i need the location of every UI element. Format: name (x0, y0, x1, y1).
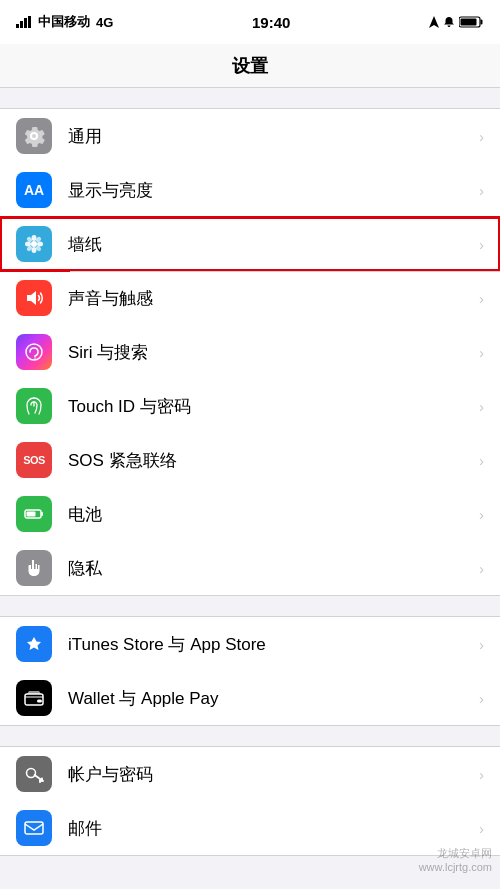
svg-point-11 (25, 242, 31, 247)
general-chevron: › (479, 128, 484, 145)
wallet-icon-svg (23, 687, 45, 709)
status-bar: 中国移动 4G 19:40 (0, 0, 500, 44)
general-label: 通用 (68, 125, 479, 148)
accounts-label: 帐户与密码 (68, 763, 479, 786)
sos-chevron: › (479, 452, 484, 469)
row-appstore[interactable]: iTunes Store 与 App Store › (0, 617, 500, 671)
alarm-icon (443, 16, 455, 28)
watermark: 龙城安卓网 www.lcjrtg.com (419, 846, 492, 873)
svg-marker-4 (429, 16, 439, 28)
row-battery[interactable]: 电池 › (0, 487, 500, 541)
display-icon-text: AA (24, 182, 44, 198)
svg-rect-24 (37, 700, 42, 703)
network-label: 4G (96, 15, 113, 30)
battery-status-icon (459, 16, 484, 28)
mail-chevron: › (479, 820, 484, 837)
appstore-icon-svg (23, 633, 45, 655)
section-accounts: 帐户与密码 › 邮件 › (0, 746, 500, 856)
svg-marker-17 (27, 291, 36, 305)
battery-label: 电池 (68, 503, 479, 526)
siri-icon (23, 341, 45, 363)
privacy-chevron: › (479, 560, 484, 577)
appstore-chevron: › (479, 636, 484, 653)
svg-point-12 (37, 242, 43, 247)
svg-rect-22 (27, 512, 36, 517)
svg-point-25 (27, 769, 36, 778)
touchid-icon (16, 388, 52, 424)
svg-rect-21 (41, 512, 43, 516)
status-carrier: 中国移动 4G (16, 13, 113, 31)
watermark-line2: www.lcjrtg.com (419, 861, 492, 873)
display-chevron: › (479, 182, 484, 199)
flower-icon (23, 233, 45, 255)
accounts-chevron: › (479, 766, 484, 783)
row-general[interactable]: 通用 › (0, 109, 500, 163)
touchid-label: Touch ID 与密码 (68, 395, 479, 418)
svg-rect-2 (24, 18, 27, 28)
location-icon (429, 16, 439, 28)
display-label: 显示与亮度 (68, 179, 479, 202)
battery-icon-svg (23, 503, 45, 525)
display-icon: AA (16, 172, 52, 208)
mail-icon (16, 810, 52, 846)
section-accounts-inner: 帐户与密码 › 邮件 › (0, 746, 500, 856)
status-time: 19:40 (252, 14, 290, 31)
svg-point-9 (32, 235, 37, 241)
sos-label: SOS 紧急联络 (68, 449, 479, 472)
siri-chevron: › (479, 344, 484, 361)
appstore-label: iTunes Store 与 App Store (68, 633, 479, 656)
svg-point-8 (31, 241, 37, 247)
fingerprint-icon (23, 395, 45, 417)
page-title: 设置 (232, 54, 268, 78)
row-accounts[interactable]: 帐户与密码 › (0, 747, 500, 801)
general-icon (16, 118, 52, 154)
section-system: 通用 › AA 显示与亮度 › (0, 108, 500, 596)
wallet-chevron: › (479, 690, 484, 707)
wallpaper-chevron: › (479, 236, 484, 253)
appstore-icon (16, 626, 52, 662)
svg-rect-3 (28, 16, 31, 28)
svg-point-19 (34, 358, 36, 360)
sos-text: SOS (23, 454, 45, 466)
wallet-label: Wallet 与 Apple Pay (68, 687, 479, 710)
section-stores-inner: iTunes Store 与 App Store › Wallet 与 Appl… (0, 616, 500, 726)
row-wallet[interactable]: Wallet 与 Apple Pay › (0, 671, 500, 725)
privacy-icon (16, 550, 52, 586)
row-sos[interactable]: SOS SOS 紧急联络 › (0, 433, 500, 487)
gear-icon (23, 125, 45, 147)
key-icon (23, 763, 45, 785)
row-touchid[interactable]: Touch ID 与密码 › (0, 379, 500, 433)
siri-label: Siri 与搜索 (68, 341, 479, 364)
row-sound[interactable]: 声音与触感 › (0, 271, 500, 325)
row-privacy[interactable]: 隐私 › (0, 541, 500, 595)
signal-icon (16, 16, 34, 28)
nav-bar: 设置 (0, 44, 500, 88)
mail-icon-svg (23, 817, 45, 839)
sound-label: 声音与触感 (68, 287, 479, 310)
speaker-icon (23, 287, 45, 309)
row-siri[interactable]: Siri 与搜索 › (0, 325, 500, 379)
svg-rect-7 (461, 19, 477, 26)
svg-point-18 (26, 344, 42, 360)
carrier-label: 中国移动 (38, 13, 90, 31)
svg-point-10 (32, 247, 37, 253)
hand-icon (23, 557, 45, 579)
status-right-icons (429, 16, 484, 28)
section-stores: iTunes Store 与 App Store › Wallet 与 Appl… (0, 616, 500, 726)
wallet-icon (16, 680, 52, 716)
wallpaper-icon (16, 226, 52, 262)
wallpaper-label: 墙纸 (68, 233, 479, 256)
privacy-label: 隐私 (68, 557, 479, 580)
row-display[interactable]: AA 显示与亮度 › (0, 163, 500, 217)
mail-label: 邮件 (68, 817, 479, 840)
touchid-chevron: › (479, 398, 484, 415)
sound-chevron: › (479, 290, 484, 307)
row-wallpaper[interactable]: 墙纸 › (0, 217, 500, 271)
svg-rect-0 (16, 24, 19, 28)
battery-chevron: › (479, 506, 484, 523)
svg-rect-26 (25, 822, 43, 834)
svg-rect-1 (20, 21, 23, 28)
section-system-inner: 通用 › AA 显示与亮度 › (0, 108, 500, 596)
battery-icon (16, 496, 52, 532)
siri-icon-wrap (16, 334, 52, 370)
